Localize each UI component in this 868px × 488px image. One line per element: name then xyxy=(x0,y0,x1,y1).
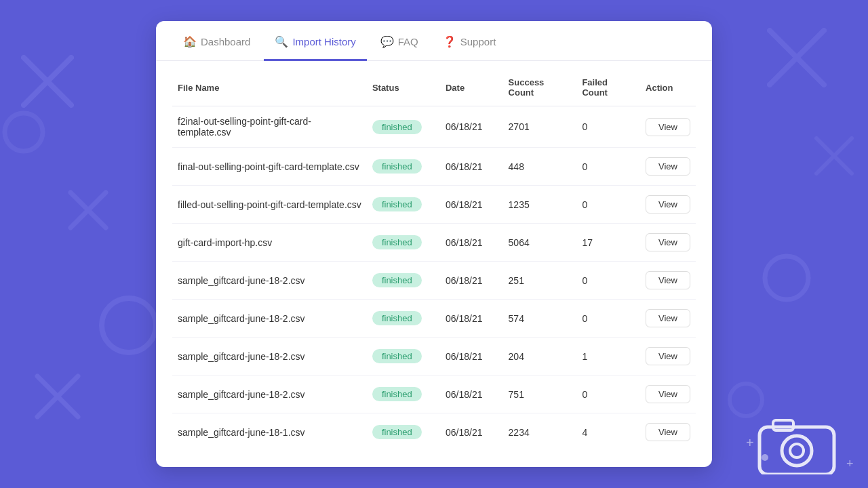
table-body: f2inal-out-selling-point-gift-card-templ… xyxy=(172,106,696,451)
svg-line-4 xyxy=(37,376,78,417)
table-row: sample_giftcard-june-18-2.csvfinished06/… xyxy=(172,338,696,375)
view-button[interactable]: View xyxy=(646,195,690,214)
table-row: sample_giftcard-june-18-2.csvfinished06/… xyxy=(172,300,696,338)
svg-point-12 xyxy=(730,384,762,416)
svg-line-5 xyxy=(37,376,78,417)
cell-success-count: 251 xyxy=(503,262,577,300)
table-container: File NameStatusDateSuccess CountFailed C… xyxy=(156,61,712,467)
cell-action: View xyxy=(640,186,696,224)
import-history-table: File NameStatusDateSuccess CountFailed C… xyxy=(172,66,696,451)
tab-faq[interactable]: 💬FAQ xyxy=(370,22,429,61)
svg-point-16 xyxy=(790,444,804,458)
cell-action: View xyxy=(640,300,696,338)
cell-success-count: 448 xyxy=(503,148,577,186)
cell-file-name: gift-card-import-hp.csv xyxy=(172,224,367,262)
cell-failed-count: 1 xyxy=(576,338,640,375)
table-header: File NameStatusDateSuccess CountFailed C… xyxy=(172,66,696,106)
cell-success-count: 2234 xyxy=(503,413,577,451)
cell-status: finished xyxy=(367,338,440,375)
svg-line-3 xyxy=(71,192,106,228)
faq-icon: 💬 xyxy=(380,35,394,48)
cell-action: View xyxy=(640,106,696,148)
cell-date: 06/18/21 xyxy=(440,375,503,413)
view-button[interactable]: View xyxy=(646,347,690,365)
cell-status: finished xyxy=(367,413,440,451)
table-row: final-out-selling-point-gift-card-templa… xyxy=(172,148,696,186)
svg-line-0 xyxy=(24,58,71,105)
view-button[interactable]: View xyxy=(646,118,690,136)
cell-file-name: f2inal-out-selling-point-gift-card-templ… xyxy=(172,106,367,148)
cell-file-name: final-out-selling-point-gift-card-templa… xyxy=(172,148,367,186)
cell-file-name: sample_giftcard-june-18-1.csv xyxy=(172,413,367,451)
support-label: Support xyxy=(460,36,496,47)
cell-failed-count: 0 xyxy=(576,262,640,300)
status-badge: finished xyxy=(372,273,422,287)
view-button[interactable]: View xyxy=(646,423,690,441)
status-badge: finished xyxy=(372,311,422,325)
table-row: sample_giftcard-june-18-2.csvfinished06/… xyxy=(172,262,696,300)
cell-date: 06/18/21 xyxy=(440,186,503,224)
cell-action: View xyxy=(640,413,696,451)
navigation-tabs: 🏠Dashboard🔍Import History💬FAQ❓Support xyxy=(156,21,712,61)
faq-label: FAQ xyxy=(398,36,418,47)
cell-failed-count: 4 xyxy=(576,413,640,451)
col-header-failed-count: Failed Count xyxy=(576,66,640,106)
table-row: f2inal-out-selling-point-gift-card-templ… xyxy=(172,106,696,148)
tab-import-history[interactable]: 🔍Import History xyxy=(264,22,366,61)
support-icon: ❓ xyxy=(443,35,456,48)
cell-failed-count: 17 xyxy=(576,224,640,262)
cell-date: 06/18/21 xyxy=(440,338,503,375)
col-header-success-count: Success Count xyxy=(503,66,577,106)
cell-action: View xyxy=(640,224,696,262)
view-button[interactable]: View xyxy=(646,309,690,327)
cell-date: 06/18/21 xyxy=(440,106,503,148)
col-header-action: Action xyxy=(640,66,696,106)
view-button[interactable]: View xyxy=(646,385,690,403)
cell-failed-count: 0 xyxy=(576,106,640,148)
svg-line-6 xyxy=(770,30,824,85)
svg-line-1 xyxy=(24,58,71,105)
svg-point-11 xyxy=(765,256,808,300)
tab-dashboard[interactable]: 🏠Dashboard xyxy=(172,22,261,61)
view-button[interactable]: View xyxy=(646,233,690,251)
cell-action: View xyxy=(640,262,696,300)
table-row: sample_giftcard-june-18-2.csvfinished06/… xyxy=(172,375,696,413)
import-history-icon: 🔍 xyxy=(275,35,288,48)
status-badge: finished xyxy=(372,387,422,401)
svg-text:+: + xyxy=(746,435,754,450)
view-button[interactable]: View xyxy=(646,157,690,176)
status-badge: finished xyxy=(372,425,422,439)
svg-line-2 xyxy=(71,192,106,228)
svg-rect-17 xyxy=(773,420,793,430)
col-header-date: Date xyxy=(440,66,503,106)
view-button[interactable]: View xyxy=(646,271,690,289)
cell-action: View xyxy=(640,375,696,413)
svg-line-8 xyxy=(816,138,852,174)
cell-failed-count: 0 xyxy=(576,186,640,224)
svg-point-18 xyxy=(762,454,768,461)
cell-status: finished xyxy=(367,224,440,262)
cell-success-count: 574 xyxy=(503,300,577,338)
cell-success-count: 204 xyxy=(503,338,577,375)
cell-failed-count: 0 xyxy=(576,148,640,186)
status-badge: finished xyxy=(372,197,422,211)
status-badge: finished xyxy=(372,159,422,174)
cell-success-count: 5064 xyxy=(503,224,577,262)
main-card: 🏠Dashboard🔍Import History💬FAQ❓Support Fi… xyxy=(156,21,712,467)
cell-action: View xyxy=(640,338,696,375)
cell-success-count: 751 xyxy=(503,375,577,413)
cell-status: finished xyxy=(367,300,440,338)
cell-status: finished xyxy=(367,375,440,413)
cell-status: finished xyxy=(367,106,440,148)
tab-support[interactable]: ❓Support xyxy=(432,22,507,61)
col-header-file-name: File Name xyxy=(172,66,367,106)
dashboard-icon: 🏠 xyxy=(183,35,197,48)
cell-date: 06/18/21 xyxy=(440,224,503,262)
svg-point-10 xyxy=(102,298,156,352)
status-badge: finished xyxy=(372,120,422,134)
col-header-status: Status xyxy=(367,66,440,106)
table-row: sample_giftcard-june-18-1.csvfinished06/… xyxy=(172,413,696,451)
cell-success-count: 1235 xyxy=(503,186,577,224)
cell-success-count: 2701 xyxy=(503,106,577,148)
cell-date: 06/18/21 xyxy=(440,300,503,338)
